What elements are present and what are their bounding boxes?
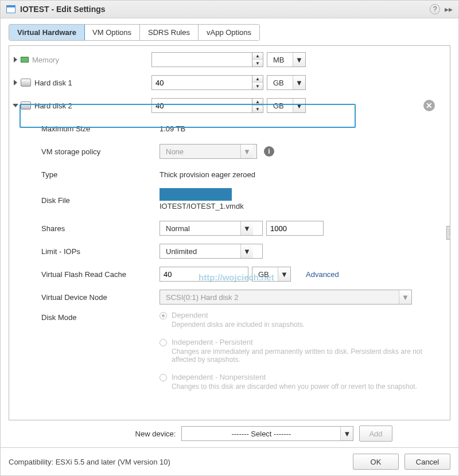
tab-virtual-hardware[interactable]: Virtual Hardware — [9, 24, 85, 41]
vm-window-icon — [6, 5, 15, 13]
memory-icon — [21, 57, 29, 63]
storage-policy-label: VM storage policy — [41, 147, 100, 156]
vdn-combo[interactable]: SCSI(0:1) Hard disk 2 ▼ — [160, 290, 412, 305]
hd2-size-input[interactable] — [151, 98, 252, 113]
hd1-unit: GB — [267, 79, 293, 87]
compatibility-text: Compatibility: ESXi 5.5 and later (VM ve… — [9, 458, 347, 466]
disk-mode-label: Disk Mode — [41, 313, 76, 322]
info-icon[interactable]: i — [264, 146, 274, 157]
row-disk-file: Disk File IOTEST/IOTEST_1.vmdk — [9, 186, 450, 217]
row-hd2: Hard disk 2 ▲▼ GB ▼ ✕ — [9, 94, 450, 117]
window-title: IOTEST - Edit Settings — [20, 5, 106, 14]
shares-preset-combo[interactable]: Normal ▼ — [160, 221, 263, 236]
remove-hd2-button[interactable]: ✕ — [423, 100, 435, 111]
disk-mode-opt-desc: Changes are immediately and permanently … — [172, 348, 429, 364]
help-icon[interactable]: ? — [430, 4, 440, 14]
spin-down-icon[interactable]: ▼ — [252, 83, 263, 89]
disk-mode-opt-desc: Changes to this disk are discarded when … — [172, 383, 417, 391]
disk-mode-opt-title: Independent - Nonpersistent — [172, 373, 417, 381]
hd2-size-spinner[interactable]: ▲▼ — [151, 98, 263, 113]
row-hd1: Hard disk 1 ▲▼ GB ▼ — [9, 71, 450, 94]
row-disk-mode: Disk Mode Dependent Dependent disks are … — [9, 309, 450, 395]
hd1-size-input[interactable] — [151, 75, 252, 90]
tab-sdrs-rules[interactable]: SDRS Rules — [140, 25, 199, 40]
disk-mode-dependent[interactable]: Dependent Dependent disks are included i… — [160, 311, 305, 329]
disk-mode-opt-title: Independent - Persistent — [172, 338, 429, 346]
spin-up-icon[interactable]: ▲ — [252, 53, 263, 60]
vfrc-unit-combo[interactable]: GB ▼ — [252, 267, 291, 282]
radio-icon — [160, 312, 167, 319]
ok-button[interactable]: OK — [353, 454, 399, 470]
panel-resize-handle[interactable] — [446, 226, 450, 240]
new-device-label: New device: — [67, 430, 176, 438]
spin-up-icon[interactable]: ▲ — [252, 76, 263, 83]
shares-preset: Normal — [160, 224, 240, 233]
disk-mode-indep-nonpersistent[interactable]: Independent - Nonpersistent Changes to t… — [160, 373, 417, 391]
row-max-size: Maximum Size 1.09 TB — [9, 117, 450, 140]
new-device-combo[interactable]: ------- Select ------- ▼ — [181, 426, 353, 441]
hd2-label: Hard disk 2 — [34, 102, 72, 110]
expand-hd1-icon[interactable] — [14, 80, 17, 85]
vfrc-unit: GB — [252, 270, 278, 279]
chevron-down-icon[interactable]: ▼ — [293, 99, 305, 112]
scroll-area[interactable]: Memory ▲▼ MB ▼ — [9, 46, 450, 420]
chevron-down-icon[interactable]: ▼ — [293, 76, 305, 89]
tab-bar: Virtual Hardware VM Options SDRS Rules v… — [9, 24, 260, 41]
disk-mode-opt-title: Dependent — [172, 311, 305, 319]
chevron-down-icon[interactable]: ▼ — [240, 244, 253, 258]
disk-file-label: Disk File — [41, 196, 70, 205]
title-bar: IOTEST - Edit Settings ? ▸▸ — [1, 1, 458, 18]
tab-vm-options[interactable]: VM Options — [84, 25, 140, 40]
row-vfrc: Virtual Flash Read Cache GB ▼ Advanced — [9, 263, 450, 286]
memory-unit-combo[interactable]: MB ▼ — [267, 52, 306, 67]
hd1-size-spinner[interactable]: ▲▼ — [151, 75, 263, 90]
max-size-label: Maximum Size — [41, 124, 90, 133]
shares-value-input[interactable] — [266, 221, 324, 236]
disk-mode-indep-persistent[interactable]: Independent - Persistent Changes are imm… — [160, 338, 429, 364]
hd2-unit-combo[interactable]: GB ▼ — [267, 98, 306, 113]
chevron-down-icon[interactable]: ▼ — [240, 145, 253, 158]
spin-up-icon[interactable]: ▲ — [252, 99, 263, 106]
type-label: Type — [41, 170, 57, 179]
chevron-down-icon[interactable]: ▼ — [340, 427, 353, 440]
hd1-label: Hard disk 1 — [34, 79, 72, 87]
type-value: Thick provision eager zeroed — [160, 170, 255, 179]
vdn-value: SCSI(0:1) Hard disk 2 — [160, 293, 399, 302]
chevron-down-icon[interactable]: ▼ — [293, 53, 305, 67]
disk-mode-opt-desc: Dependent disks are included in snapshot… — [172, 321, 305, 329]
chevron-down-icon[interactable]: ▼ — [278, 267, 290, 281]
chevron-down-icon[interactable]: ▼ — [399, 290, 411, 304]
hardware-panel: http://wojciech.net Memory ▲▼ — [9, 45, 450, 420]
vdn-label: Virtual Device Node — [41, 293, 107, 302]
spin-down-icon[interactable]: ▼ — [252, 60, 263, 67]
limit-iops-combo[interactable]: Unlimited ▼ — [160, 244, 263, 259]
shares-label: Shares — [41, 224, 65, 233]
new-device-placeholder: ------- Select ------- — [182, 430, 340, 438]
expand-icon[interactable]: ▸▸ — [445, 5, 453, 14]
row-storage-policy: VM storage policy None ▼ i — [9, 140, 450, 163]
spin-down-icon[interactable]: ▼ — [252, 106, 263, 112]
collapse-hd2-icon[interactable] — [13, 104, 18, 107]
max-size-value: 1.09 TB — [160, 124, 185, 133]
chevron-down-icon[interactable]: ▼ — [240, 221, 253, 235]
row-limit-iops: Limit - IOPs Unlimited ▼ — [9, 240, 450, 263]
limit-iops-value: Unlimited — [160, 247, 240, 256]
expand-memory-icon[interactable] — [14, 57, 17, 63]
storage-policy-value: None — [160, 147, 240, 156]
cancel-button[interactable]: Cancel — [404, 454, 450, 470]
vfrc-advanced-link[interactable]: Advanced — [306, 270, 339, 279]
disk-icon — [21, 79, 31, 87]
hd1-unit-combo[interactable]: GB ▼ — [267, 75, 306, 90]
disk-icon — [21, 102, 31, 110]
add-device-button[interactable]: Add — [359, 426, 392, 442]
radio-icon — [160, 339, 167, 346]
tab-vapp-options[interactable]: vApp Options — [199, 25, 259, 40]
memory-spinner[interactable]: ▲▼ — [151, 52, 263, 67]
disk-file-value: IOTEST/IOTEST_1.vmdk — [160, 202, 244, 210]
vfrc-input[interactable] — [160, 267, 248, 282]
row-memory: Memory ▲▼ MB ▼ — [9, 48, 450, 71]
memory-input[interactable] — [151, 52, 252, 67]
vfrc-label: Virtual Flash Read Cache — [41, 270, 126, 279]
hd2-unit: GB — [267, 102, 293, 110]
storage-policy-combo[interactable]: None ▼ — [160, 144, 257, 159]
